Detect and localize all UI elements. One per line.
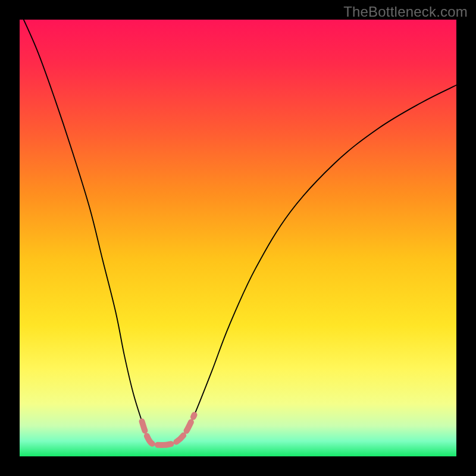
curve-accent-near-minimum bbox=[142, 415, 195, 445]
chart-frame: TheBottleneck.com bbox=[0, 0, 476, 476]
watermark-text: TheBottleneck.com bbox=[343, 4, 468, 20]
plot-area bbox=[20, 20, 456, 456]
bottleneck-curve bbox=[20, 20, 456, 445]
curve-layer bbox=[20, 20, 456, 456]
